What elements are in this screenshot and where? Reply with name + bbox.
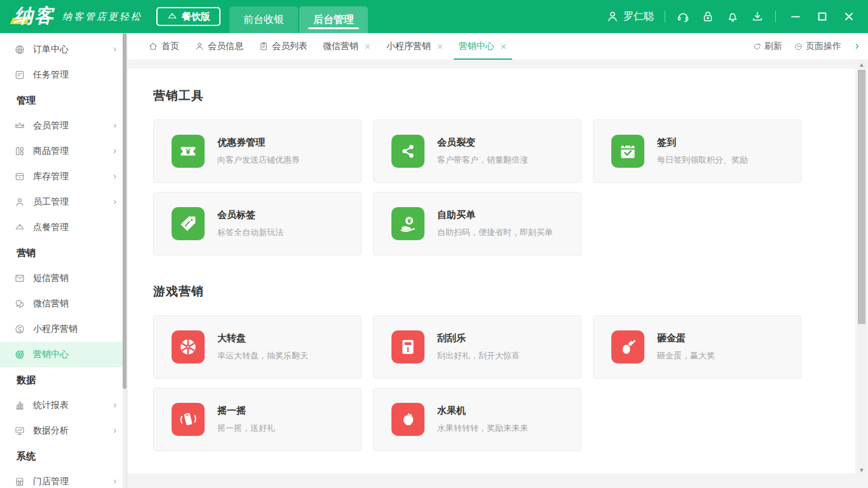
- card-desc: 每日签到领取积分、奖励: [657, 154, 748, 166]
- app-logo: 纳客 纳客管店更轻松: [10, 4, 142, 29]
- sidebar-item-label: 微信营销: [33, 298, 69, 309]
- cloche-icon: [14, 222, 25, 233]
- tabbar: 首页会员信息会员列表微信营销✕小程序营销✕营销中心✕ 刷新 页面操作: [128, 33, 868, 60]
- chevron-right-icon: [111, 122, 119, 130]
- globe-icon: [14, 44, 25, 55]
- fruit-icon: [391, 403, 424, 436]
- goods-icon: [14, 146, 25, 157]
- wheel-icon: [172, 330, 205, 363]
- card-优惠券管理[interactable]: 优惠券管理向客户发送店铺优惠券: [153, 119, 362, 183]
- card-会员裂变[interactable]: 会员裂变客户带客户，销量翻倍涨: [373, 119, 581, 183]
- main-scrollbar-thumb[interactable]: [858, 70, 865, 324]
- sidebar-item-label: 门店管理: [33, 476, 69, 487]
- card-title: 摇一摇: [217, 405, 275, 417]
- bell-icon[interactable]: [726, 10, 740, 24]
- sidebar-item[interactable]: 订单中心: [0, 37, 126, 62]
- card-自助买单[interactable]: 自助买单自助扫码，便捷省时，即刻买单: [373, 192, 581, 255]
- miniprogram-icon: [14, 323, 25, 335]
- card-会员标签[interactable]: 会员标签标签全自动新玩法: [153, 192, 362, 255]
- sidebar-item[interactable]: 商品管理: [0, 139, 126, 164]
- app-logo-text: 纳客: [10, 4, 56, 29]
- minimize-icon[interactable]: [789, 10, 802, 23]
- scroll-down-arrow[interactable]: ▼: [857, 466, 866, 475]
- card-刮刮乐[interactable]: 刮刮乐刮出好礼，刮开大惊喜: [373, 315, 581, 379]
- card-grid: 优惠券管理向客户发送店铺优惠券会员裂变客户带客户，销量翻倍涨签到每日签到领取积分…: [153, 119, 814, 255]
- tab-label: 会员列表: [272, 41, 308, 52]
- tab-close-icon[interactable]: ✕: [500, 42, 507, 51]
- tab-close-icon[interactable]: ✕: [364, 42, 371, 51]
- section-title: 游戏营销: [153, 283, 855, 300]
- sidebar-scrollbar-thumb[interactable]: [123, 33, 126, 389]
- card-砸金蛋[interactable]: 砸金蛋砸金蛋，赢大奖: [593, 315, 801, 379]
- card-desc: 砸金蛋，赢大奖: [657, 350, 715, 362]
- list-icon: [259, 41, 269, 51]
- cloche-icon: [166, 11, 178, 22]
- staff-icon: [14, 196, 25, 208]
- download-icon[interactable]: [750, 10, 764, 24]
- sidebar-item-label: 小程序营销: [33, 323, 78, 335]
- sidebar-scrollbar[interactable]: [123, 33, 126, 488]
- card-desc: 向客户发送店铺优惠券: [217, 154, 300, 166]
- chevron-right-icon[interactable]: [853, 42, 862, 51]
- tab-微信营销[interactable]: 微信营销✕: [315, 33, 379, 60]
- headset-icon[interactable]: [676, 10, 690, 24]
- maximize-icon[interactable]: [816, 10, 829, 23]
- card-大转盘[interactable]: 大转盘幸运大转盘，抽奖乐翻天: [153, 315, 362, 379]
- tab-会员信息[interactable]: 会员信息: [187, 33, 251, 60]
- card-desc: 水果转转转，奖励来来来: [437, 423, 528, 434]
- chart-icon: [14, 400, 25, 411]
- card-title: 刮刮乐: [437, 332, 520, 344]
- topbar-right: 罗仁聪: [606, 10, 868, 24]
- selfpay-icon: [391, 207, 424, 240]
- page-ops-button[interactable]: 页面操作: [794, 41, 841, 52]
- edition-button[interactable]: 餐饮版: [156, 7, 220, 26]
- signin-icon: [611, 135, 644, 168]
- scroll-up-arrow[interactable]: ▲: [857, 60, 866, 69]
- sms-icon: [14, 273, 25, 284]
- crown-icon: [14, 120, 25, 132]
- topbar: 纳客 纳客管店更轻松 餐饮版 前台收银后台管理 罗仁聪: [0, 0, 868, 33]
- sidebar-item[interactable]: 点餐管理: [0, 215, 126, 240]
- card-title: 签到: [657, 137, 748, 149]
- lock-icon[interactable]: [701, 10, 715, 24]
- close-icon[interactable]: [843, 10, 855, 23]
- sidebar-item[interactable]: 会员管理: [0, 113, 126, 139]
- tab-会员列表[interactable]: 会员列表: [251, 33, 315, 60]
- sidebar-item[interactable]: 小程序营销: [0, 316, 126, 342]
- chevron-right-icon: [111, 147, 119, 155]
- sidebar-item[interactable]: 任务管理: [0, 62, 126, 88]
- divider: [665, 11, 665, 22]
- tab-小程序营销[interactable]: 小程序营销✕: [379, 33, 451, 60]
- home-icon: [148, 41, 158, 51]
- tab-close-icon[interactable]: ✕: [437, 42, 444, 51]
- card-title: 会员标签: [217, 209, 283, 221]
- sidebar-item[interactable]: 短信营销: [0, 266, 126, 291]
- card-水果机[interactable]: 水果机水果转转转，奖励来来来: [373, 388, 581, 451]
- sidebar-item-label: 订单中心: [33, 44, 69, 55]
- member-icon: [194, 41, 205, 51]
- sidebar-section-header: 营销: [0, 240, 126, 266]
- sidebar-item[interactable]: 数据分析: [0, 418, 126, 444]
- sidebar-item[interactable]: 统计报表: [0, 393, 126, 418]
- tab-首页[interactable]: 首页: [140, 33, 187, 60]
- sidebar-item[interactable]: 门店管理: [0, 469, 126, 488]
- tab-营销中心[interactable]: 营销中心✕: [451, 33, 515, 60]
- sidebar-item-label: 统计报表: [33, 400, 69, 411]
- chevron-right-icon: [111, 46, 119, 53]
- window-controls: [789, 10, 855, 23]
- section-title: 营销工具: [153, 88, 855, 104]
- topnav-tab-backoffice[interactable]: 后台管理: [299, 6, 368, 33]
- card-摇一摇[interactable]: 摇一摇摇一摇，送好礼: [153, 388, 362, 451]
- card-title: 大转盘: [217, 332, 308, 344]
- sidebar-item[interactable]: 库存管理: [0, 164, 126, 189]
- tab-label: 微信营销: [323, 41, 358, 52]
- main-scrollbar[interactable]: ▲ ▼: [857, 60, 866, 475]
- sidebar-item[interactable]: 微信营销: [0, 291, 126, 316]
- refresh-button[interactable]: 刷新: [752, 41, 782, 52]
- target-icon: [14, 349, 25, 360]
- topnav-tab-cashier[interactable]: 前台收银: [229, 6, 298, 33]
- card-签到[interactable]: 签到每日签到领取积分、奖励: [593, 119, 801, 183]
- sidebar-item[interactable]: 员工管理: [0, 189, 126, 215]
- sidebar-item[interactable]: 营销中心: [0, 342, 126, 367]
- user-chip[interactable]: 罗仁聪: [606, 10, 654, 24]
